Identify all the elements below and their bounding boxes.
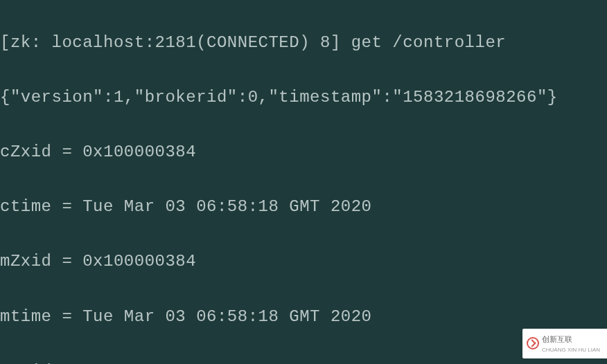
stat-pZxid: pZxid = 0x100000384 bbox=[0, 358, 607, 364]
watermark-badge: 创新互联 CHUANG XIN HU LIAN bbox=[522, 329, 607, 358]
zk-prompt: [zk: localhost:2181(CONNECTED) 8] bbox=[0, 33, 351, 52]
watermark-subtext: CHUANG XIN HU LIAN bbox=[542, 345, 600, 354]
stat-mtime: mtime = Tue Mar 03 06:58:18 GMT 2020 bbox=[0, 303, 607, 331]
command-text: get /controller bbox=[351, 33, 507, 52]
stat-mZxid: mZxid = 0x100000384 bbox=[0, 248, 607, 275]
watermark-logo-icon bbox=[527, 337, 539, 349]
result-json: {"version":1,"brokerid":0,"timestamp":"1… bbox=[0, 84, 607, 111]
stat-ctime: ctime = Tue Mar 03 06:58:18 GMT 2020 bbox=[0, 193, 607, 221]
stat-cZxid: cZxid = 0x100000384 bbox=[0, 138, 607, 166]
prompt-line: [zk: localhost:2181(CONNECTED) 8] get /c… bbox=[0, 29, 607, 57]
terminal-output[interactable]: [zk: localhost:2181(CONNECTED) 8] get /c… bbox=[0, 1, 607, 364]
watermark-text: 创新互联 bbox=[542, 335, 572, 343]
